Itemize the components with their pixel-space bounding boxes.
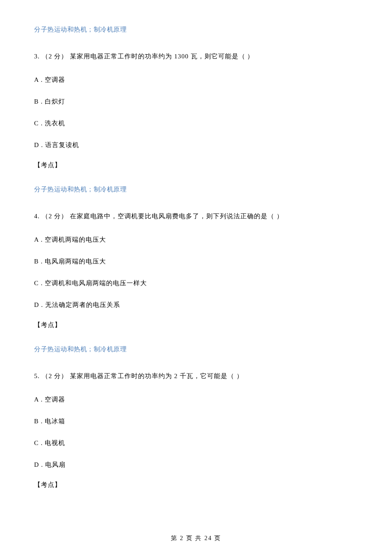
page-content: 分子热运动和热机；制冷机原理 3. （2 分） 某家用电器正常工作时的功率约为 …	[0, 0, 392, 522]
question-3-option-a: A . 空调器	[34, 74, 358, 86]
question-5-option-c: C . 电视机	[34, 437, 358, 449]
question-5-block: 5. （2 分） 某家用电器正常工作时的功率约为 2 千瓦，它可能是（ ） A …	[34, 370, 358, 489]
question-4-text: 4. （2 分） 在家庭电路中，空调机要比电风扇费电多了，则下列说法正确的是（ …	[34, 211, 358, 222]
question-3-block: 3. （2 分） 某家用电器正常工作时的功率约为 1300 瓦，则它可能是（ ）…	[34, 51, 358, 169]
question-3-option-b: B . 白炽灯	[34, 96, 358, 107]
question-5-option-b: B . 电冰箱	[34, 416, 358, 427]
question-4-option-d: D . 无法确定两者的电压关系	[34, 299, 358, 311]
question-4-option-c: C . 空调机和电风扇两端的电压一样大	[34, 278, 358, 289]
topic-link-1: 分子热运动和热机；制冷机原理	[34, 26, 358, 34]
question-5-text: 5. （2 分） 某家用电器正常工作时的功率约为 2 千瓦，它可能是（ ）	[34, 370, 358, 382]
question-4-kaodian: 【考点】	[34, 321, 358, 329]
question-5-kaodian: 【考点】	[34, 481, 358, 489]
question-5-option-a: A . 空调器	[34, 394, 358, 405]
question-4-block: 4. （2 分） 在家庭电路中，空调机要比电风扇费电多了，则下列说法正确的是（ …	[34, 211, 358, 329]
topic-link-3: 分子热运动和热机；制冷机原理	[34, 345, 358, 353]
question-5-option-d: D . 电风扇	[34, 459, 358, 471]
topic-link-2: 分子热运动和热机；制冷机原理	[34, 185, 358, 194]
question-3-option-d: D . 语言复读机	[34, 139, 358, 151]
question-3-option-c: C . 洗衣机	[34, 118, 358, 129]
question-3-text: 3. （2 分） 某家用电器正常工作时的功率约为 1300 瓦，则它可能是（ ）	[34, 51, 358, 62]
question-4-option-b: B . 电风扇两端的电压大	[34, 256, 358, 267]
question-3-kaodian: 【考点】	[34, 161, 358, 169]
page-footer: 第 2 页 共 24 页	[0, 535, 392, 542]
question-4-option-a: A . 空调机两端的电压大	[34, 234, 358, 246]
